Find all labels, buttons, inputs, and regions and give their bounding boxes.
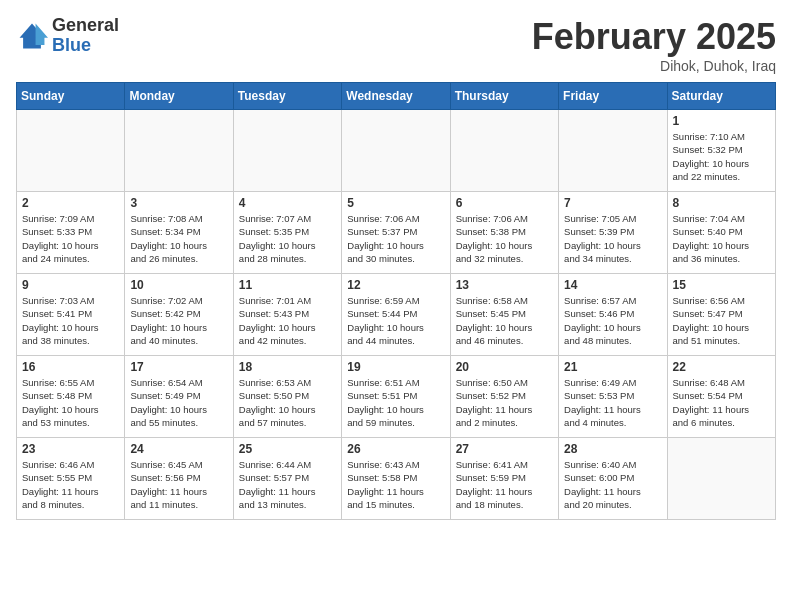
calendar-cell (17, 110, 125, 192)
day-info: Sunrise: 6:53 AM Sunset: 5:50 PM Dayligh… (239, 376, 336, 429)
calendar-cell: 24Sunrise: 6:45 AM Sunset: 5:56 PM Dayli… (125, 438, 233, 520)
calendar-cell: 6Sunrise: 7:06 AM Sunset: 5:38 PM Daylig… (450, 192, 558, 274)
day-number: 18 (239, 360, 336, 374)
calendar-cell: 13Sunrise: 6:58 AM Sunset: 5:45 PM Dayli… (450, 274, 558, 356)
day-number: 22 (673, 360, 770, 374)
weekday-header-tuesday: Tuesday (233, 83, 341, 110)
calendar-cell: 21Sunrise: 6:49 AM Sunset: 5:53 PM Dayli… (559, 356, 667, 438)
calendar-cell (450, 110, 558, 192)
calendar-cell: 26Sunrise: 6:43 AM Sunset: 5:58 PM Dayli… (342, 438, 450, 520)
week-row-2: 2Sunrise: 7:09 AM Sunset: 5:33 PM Daylig… (17, 192, 776, 274)
day-number: 9 (22, 278, 119, 292)
day-info: Sunrise: 7:07 AM Sunset: 5:35 PM Dayligh… (239, 212, 336, 265)
calendar-cell (342, 110, 450, 192)
calendar-cell: 27Sunrise: 6:41 AM Sunset: 5:59 PM Dayli… (450, 438, 558, 520)
calendar-cell: 8Sunrise: 7:04 AM Sunset: 5:40 PM Daylig… (667, 192, 775, 274)
week-row-5: 23Sunrise: 6:46 AM Sunset: 5:55 PM Dayli… (17, 438, 776, 520)
day-info: Sunrise: 6:51 AM Sunset: 5:51 PM Dayligh… (347, 376, 444, 429)
weekday-header-friday: Friday (559, 83, 667, 110)
logo-icon (16, 20, 48, 52)
day-info: Sunrise: 6:40 AM Sunset: 6:00 PM Dayligh… (564, 458, 661, 511)
calendar-cell: 2Sunrise: 7:09 AM Sunset: 5:33 PM Daylig… (17, 192, 125, 274)
weekday-header-sunday: Sunday (17, 83, 125, 110)
logo-blue: Blue (52, 36, 119, 56)
day-info: Sunrise: 6:43 AM Sunset: 5:58 PM Dayligh… (347, 458, 444, 511)
calendar-cell: 5Sunrise: 7:06 AM Sunset: 5:37 PM Daylig… (342, 192, 450, 274)
day-number: 4 (239, 196, 336, 210)
weekday-header-saturday: Saturday (667, 83, 775, 110)
calendar-title: February 2025 (532, 16, 776, 58)
logo-general: General (52, 16, 119, 36)
day-info: Sunrise: 6:54 AM Sunset: 5:49 PM Dayligh… (130, 376, 227, 429)
day-number: 25 (239, 442, 336, 456)
title-block: February 2025 Dihok, Duhok, Iraq (532, 16, 776, 74)
day-info: Sunrise: 6:48 AM Sunset: 5:54 PM Dayligh… (673, 376, 770, 429)
calendar-cell: 1Sunrise: 7:10 AM Sunset: 5:32 PM Daylig… (667, 110, 775, 192)
calendar-cell: 25Sunrise: 6:44 AM Sunset: 5:57 PM Dayli… (233, 438, 341, 520)
weekday-header-thursday: Thursday (450, 83, 558, 110)
calendar-cell: 15Sunrise: 6:56 AM Sunset: 5:47 PM Dayli… (667, 274, 775, 356)
calendar-cell: 14Sunrise: 6:57 AM Sunset: 5:46 PM Dayli… (559, 274, 667, 356)
day-info: Sunrise: 7:09 AM Sunset: 5:33 PM Dayligh… (22, 212, 119, 265)
logo-text: General Blue (52, 16, 119, 56)
calendar-cell (233, 110, 341, 192)
calendar-cell: 10Sunrise: 7:02 AM Sunset: 5:42 PM Dayli… (125, 274, 233, 356)
day-info: Sunrise: 7:06 AM Sunset: 5:38 PM Dayligh… (456, 212, 553, 265)
day-number: 17 (130, 360, 227, 374)
day-info: Sunrise: 6:55 AM Sunset: 5:48 PM Dayligh… (22, 376, 119, 429)
day-number: 19 (347, 360, 444, 374)
calendar-cell: 11Sunrise: 7:01 AM Sunset: 5:43 PM Dayli… (233, 274, 341, 356)
day-number: 26 (347, 442, 444, 456)
day-number: 21 (564, 360, 661, 374)
day-info: Sunrise: 7:06 AM Sunset: 5:37 PM Dayligh… (347, 212, 444, 265)
day-info: Sunrise: 7:08 AM Sunset: 5:34 PM Dayligh… (130, 212, 227, 265)
calendar-cell: 28Sunrise: 6:40 AM Sunset: 6:00 PM Dayli… (559, 438, 667, 520)
weekday-header-monday: Monday (125, 83, 233, 110)
day-number: 1 (673, 114, 770, 128)
day-info: Sunrise: 6:44 AM Sunset: 5:57 PM Dayligh… (239, 458, 336, 511)
day-info: Sunrise: 6:50 AM Sunset: 5:52 PM Dayligh… (456, 376, 553, 429)
week-row-4: 16Sunrise: 6:55 AM Sunset: 5:48 PM Dayli… (17, 356, 776, 438)
day-number: 7 (564, 196, 661, 210)
day-number: 2 (22, 196, 119, 210)
logo: General Blue (16, 16, 119, 56)
calendar-cell (559, 110, 667, 192)
day-number: 8 (673, 196, 770, 210)
day-info: Sunrise: 7:04 AM Sunset: 5:40 PM Dayligh… (673, 212, 770, 265)
day-number: 11 (239, 278, 336, 292)
day-number: 6 (456, 196, 553, 210)
calendar-cell: 4Sunrise: 7:07 AM Sunset: 5:35 PM Daylig… (233, 192, 341, 274)
page-header: General Blue February 2025 Dihok, Duhok,… (16, 16, 776, 74)
day-info: Sunrise: 6:59 AM Sunset: 5:44 PM Dayligh… (347, 294, 444, 347)
day-number: 28 (564, 442, 661, 456)
week-row-3: 9Sunrise: 7:03 AM Sunset: 5:41 PM Daylig… (17, 274, 776, 356)
calendar-cell (125, 110, 233, 192)
day-info: Sunrise: 6:46 AM Sunset: 5:55 PM Dayligh… (22, 458, 119, 511)
day-number: 13 (456, 278, 553, 292)
day-info: Sunrise: 6:45 AM Sunset: 5:56 PM Dayligh… (130, 458, 227, 511)
weekday-header-wednesday: Wednesday (342, 83, 450, 110)
day-number: 12 (347, 278, 444, 292)
day-info: Sunrise: 7:03 AM Sunset: 5:41 PM Dayligh… (22, 294, 119, 347)
day-number: 15 (673, 278, 770, 292)
day-info: Sunrise: 7:05 AM Sunset: 5:39 PM Dayligh… (564, 212, 661, 265)
calendar-cell: 12Sunrise: 6:59 AM Sunset: 5:44 PM Dayli… (342, 274, 450, 356)
calendar-subtitle: Dihok, Duhok, Iraq (532, 58, 776, 74)
day-number: 23 (22, 442, 119, 456)
calendar-cell: 9Sunrise: 7:03 AM Sunset: 5:41 PM Daylig… (17, 274, 125, 356)
day-info: Sunrise: 6:41 AM Sunset: 5:59 PM Dayligh… (456, 458, 553, 511)
calendar-cell: 19Sunrise: 6:51 AM Sunset: 5:51 PM Dayli… (342, 356, 450, 438)
day-info: Sunrise: 6:49 AM Sunset: 5:53 PM Dayligh… (564, 376, 661, 429)
calendar-cell: 18Sunrise: 6:53 AM Sunset: 5:50 PM Dayli… (233, 356, 341, 438)
day-number: 3 (130, 196, 227, 210)
day-info: Sunrise: 6:56 AM Sunset: 5:47 PM Dayligh… (673, 294, 770, 347)
calendar-cell: 7Sunrise: 7:05 AM Sunset: 5:39 PM Daylig… (559, 192, 667, 274)
day-number: 10 (130, 278, 227, 292)
calendar-cell: 22Sunrise: 6:48 AM Sunset: 5:54 PM Dayli… (667, 356, 775, 438)
calendar-cell: 16Sunrise: 6:55 AM Sunset: 5:48 PM Dayli… (17, 356, 125, 438)
calendar-cell: 20Sunrise: 6:50 AM Sunset: 5:52 PM Dayli… (450, 356, 558, 438)
calendar-cell (667, 438, 775, 520)
day-info: Sunrise: 6:58 AM Sunset: 5:45 PM Dayligh… (456, 294, 553, 347)
day-info: Sunrise: 6:57 AM Sunset: 5:46 PM Dayligh… (564, 294, 661, 347)
day-number: 24 (130, 442, 227, 456)
